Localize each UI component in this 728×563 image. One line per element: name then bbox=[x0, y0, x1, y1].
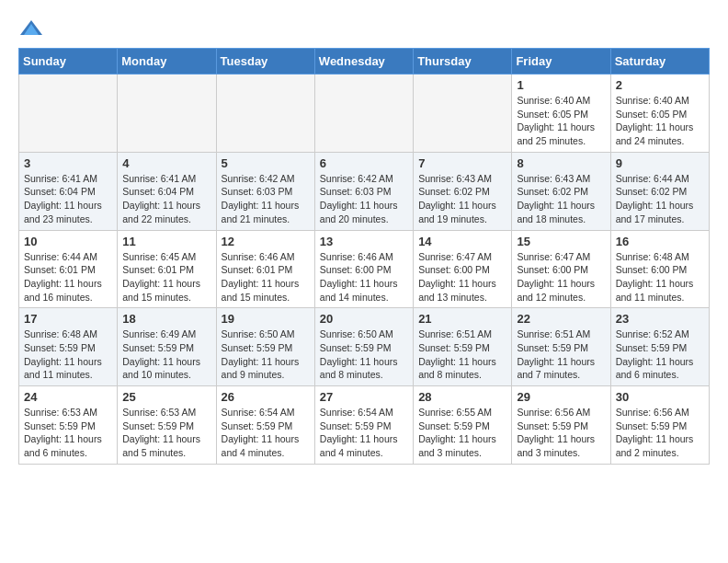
day-info: Sunrise: 6:47 AM Sunset: 6:00 PM Dayligh… bbox=[517, 250, 605, 304]
day-info: Sunrise: 6:43 AM Sunset: 6:02 PM Dayligh… bbox=[517, 172, 605, 226]
day-info: Sunrise: 6:54 AM Sunset: 5:59 PM Dayligh… bbox=[320, 406, 408, 460]
day-number: 24 bbox=[24, 390, 112, 404]
calendar-cell: 16Sunrise: 6:48 AM Sunset: 6:00 PM Dayli… bbox=[610, 230, 709, 308]
day-number: 1 bbox=[517, 78, 605, 92]
day-info: Sunrise: 6:43 AM Sunset: 6:02 PM Dayligh… bbox=[418, 172, 506, 226]
calendar-cell: 27Sunrise: 6:54 AM Sunset: 5:59 PM Dayli… bbox=[314, 386, 413, 465]
day-number: 2 bbox=[616, 78, 704, 92]
calendar-cell bbox=[314, 75, 413, 153]
calendar-table: SundayMondayTuesdayWednesdayThursdayFrid… bbox=[18, 48, 710, 465]
day-number: 6 bbox=[320, 156, 408, 170]
day-info: Sunrise: 6:44 AM Sunset: 6:02 PM Dayligh… bbox=[616, 172, 704, 226]
day-info: Sunrise: 6:53 AM Sunset: 5:59 PM Dayligh… bbox=[24, 406, 112, 460]
day-number: 3 bbox=[24, 156, 112, 170]
day-number: 15 bbox=[517, 235, 605, 248]
day-number: 10 bbox=[24, 235, 112, 248]
calendar-cell: 8Sunrise: 6:43 AM Sunset: 6:02 PM Daylig… bbox=[512, 152, 610, 230]
day-number: 21 bbox=[418, 312, 506, 326]
calendar-cell bbox=[216, 75, 314, 153]
day-info: Sunrise: 6:51 AM Sunset: 5:59 PM Dayligh… bbox=[517, 327, 605, 382]
calendar-cell: 12Sunrise: 6:46 AM Sunset: 6:01 PM Dayli… bbox=[216, 230, 314, 308]
calendar-cell: 15Sunrise: 6:47 AM Sunset: 6:00 PM Dayli… bbox=[512, 230, 610, 308]
day-number: 22 bbox=[517, 312, 605, 326]
day-number: 7 bbox=[418, 156, 506, 170]
day-info: Sunrise: 6:46 AM Sunset: 6:00 PM Dayligh… bbox=[320, 250, 408, 304]
calendar-cell: 13Sunrise: 6:46 AM Sunset: 6:00 PM Dayli… bbox=[314, 230, 413, 308]
calendar-cell: 1Sunrise: 6:40 AM Sunset: 6:05 PM Daylig… bbox=[512, 75, 610, 153]
day-info: Sunrise: 6:53 AM Sunset: 5:59 PM Dayligh… bbox=[122, 406, 210, 460]
day-number: 27 bbox=[320, 390, 408, 404]
calendar-cell: 6Sunrise: 6:42 AM Sunset: 6:03 PM Daylig… bbox=[314, 152, 413, 230]
calendar-cell: 19Sunrise: 6:50 AM Sunset: 5:59 PM Dayli… bbox=[216, 308, 314, 386]
calendar-cell: 26Sunrise: 6:54 AM Sunset: 5:59 PM Dayli… bbox=[216, 386, 314, 465]
header-day-friday: Friday bbox=[512, 49, 610, 75]
header-day-tuesday: Tuesday bbox=[216, 49, 314, 75]
calendar-cell bbox=[118, 75, 216, 153]
calendar-cell: 22Sunrise: 6:51 AM Sunset: 5:59 PM Dayli… bbox=[512, 308, 610, 386]
header-day-thursday: Thursday bbox=[414, 49, 512, 75]
logo-icon bbox=[18, 18, 44, 39]
day-info: Sunrise: 6:40 AM Sunset: 6:05 PM Dayligh… bbox=[616, 94, 704, 148]
calendar-cell: 20Sunrise: 6:50 AM Sunset: 5:59 PM Dayli… bbox=[314, 308, 413, 386]
day-number: 25 bbox=[122, 390, 210, 404]
day-number: 30 bbox=[616, 390, 704, 404]
day-number: 23 bbox=[616, 312, 704, 326]
calendar-cell: 17Sunrise: 6:48 AM Sunset: 5:59 PM Dayli… bbox=[19, 308, 118, 386]
day-info: Sunrise: 6:54 AM Sunset: 5:59 PM Dayligh… bbox=[222, 406, 310, 460]
header-day-saturday: Saturday bbox=[610, 49, 709, 75]
day-info: Sunrise: 6:52 AM Sunset: 5:59 PM Dayligh… bbox=[616, 327, 704, 382]
calendar-cell: 23Sunrise: 6:52 AM Sunset: 5:59 PM Dayli… bbox=[610, 308, 709, 386]
day-info: Sunrise: 6:56 AM Sunset: 5:59 PM Dayligh… bbox=[517, 406, 605, 460]
page-header bbox=[18, 18, 710, 39]
day-number: 9 bbox=[616, 156, 704, 170]
day-info: Sunrise: 6:50 AM Sunset: 5:59 PM Dayligh… bbox=[222, 327, 310, 382]
day-number: 4 bbox=[122, 156, 210, 170]
day-number: 12 bbox=[222, 235, 310, 248]
day-info: Sunrise: 6:55 AM Sunset: 5:59 PM Dayligh… bbox=[418, 406, 506, 460]
day-number: 8 bbox=[517, 156, 605, 170]
calendar-cell: 5Sunrise: 6:42 AM Sunset: 6:03 PM Daylig… bbox=[216, 152, 314, 230]
header-row: SundayMondayTuesdayWednesdayThursdayFrid… bbox=[19, 49, 710, 75]
day-info: Sunrise: 6:47 AM Sunset: 6:00 PM Dayligh… bbox=[418, 250, 506, 304]
calendar-cell: 2Sunrise: 6:40 AM Sunset: 6:05 PM Daylig… bbox=[610, 75, 709, 153]
calendar-row-4: 24Sunrise: 6:53 AM Sunset: 5:59 PM Dayli… bbox=[19, 386, 710, 465]
day-info: Sunrise: 6:40 AM Sunset: 6:05 PM Dayligh… bbox=[517, 94, 605, 148]
day-number: 19 bbox=[222, 312, 310, 326]
calendar-cell: 10Sunrise: 6:44 AM Sunset: 6:01 PM Dayli… bbox=[19, 230, 118, 308]
day-info: Sunrise: 6:45 AM Sunset: 6:01 PM Dayligh… bbox=[122, 250, 210, 304]
calendar-cell: 4Sunrise: 6:41 AM Sunset: 6:04 PM Daylig… bbox=[118, 152, 216, 230]
calendar-cell: 9Sunrise: 6:44 AM Sunset: 6:02 PM Daylig… bbox=[610, 152, 709, 230]
day-number: 18 bbox=[122, 312, 210, 326]
day-number: 14 bbox=[418, 235, 506, 248]
calendar-cell: 29Sunrise: 6:56 AM Sunset: 5:59 PM Dayli… bbox=[512, 386, 610, 465]
header-day-wednesday: Wednesday bbox=[314, 49, 413, 75]
day-info: Sunrise: 6:41 AM Sunset: 6:04 PM Dayligh… bbox=[24, 172, 112, 226]
day-info: Sunrise: 6:56 AM Sunset: 5:59 PM Dayligh… bbox=[616, 406, 704, 460]
day-info: Sunrise: 6:48 AM Sunset: 5:59 PM Dayligh… bbox=[24, 327, 112, 382]
header-day-sunday: Sunday bbox=[19, 49, 118, 75]
logo bbox=[18, 18, 48, 39]
day-info: Sunrise: 6:42 AM Sunset: 6:03 PM Dayligh… bbox=[222, 172, 310, 226]
calendar-cell: 3Sunrise: 6:41 AM Sunset: 6:04 PM Daylig… bbox=[19, 152, 118, 230]
day-info: Sunrise: 6:46 AM Sunset: 6:01 PM Dayligh… bbox=[222, 250, 310, 304]
day-number: 17 bbox=[24, 312, 112, 326]
calendar-cell: 18Sunrise: 6:49 AM Sunset: 5:59 PM Dayli… bbox=[118, 308, 216, 386]
day-number: 13 bbox=[320, 235, 408, 248]
day-number: 28 bbox=[418, 390, 506, 404]
calendar-cell bbox=[414, 75, 512, 153]
calendar-cell: 11Sunrise: 6:45 AM Sunset: 6:01 PM Dayli… bbox=[118, 230, 216, 308]
calendar-cell: 28Sunrise: 6:55 AM Sunset: 5:59 PM Dayli… bbox=[414, 386, 512, 465]
calendar-row-2: 10Sunrise: 6:44 AM Sunset: 6:01 PM Dayli… bbox=[19, 230, 710, 308]
calendar-row-1: 3Sunrise: 6:41 AM Sunset: 6:04 PM Daylig… bbox=[19, 152, 710, 230]
day-info: Sunrise: 6:48 AM Sunset: 6:00 PM Dayligh… bbox=[616, 250, 704, 304]
day-number: 16 bbox=[616, 235, 704, 248]
day-info: Sunrise: 6:42 AM Sunset: 6:03 PM Dayligh… bbox=[320, 172, 408, 226]
day-number: 20 bbox=[320, 312, 408, 326]
calendar-cell: 14Sunrise: 6:47 AM Sunset: 6:00 PM Dayli… bbox=[414, 230, 512, 308]
day-number: 11 bbox=[122, 235, 210, 248]
calendar-cell: 7Sunrise: 6:43 AM Sunset: 6:02 PM Daylig… bbox=[414, 152, 512, 230]
calendar-cell: 24Sunrise: 6:53 AM Sunset: 5:59 PM Dayli… bbox=[19, 386, 118, 465]
day-number: 5 bbox=[222, 156, 310, 170]
calendar-row-3: 17Sunrise: 6:48 AM Sunset: 5:59 PM Dayli… bbox=[19, 308, 710, 386]
day-number: 26 bbox=[222, 390, 310, 404]
